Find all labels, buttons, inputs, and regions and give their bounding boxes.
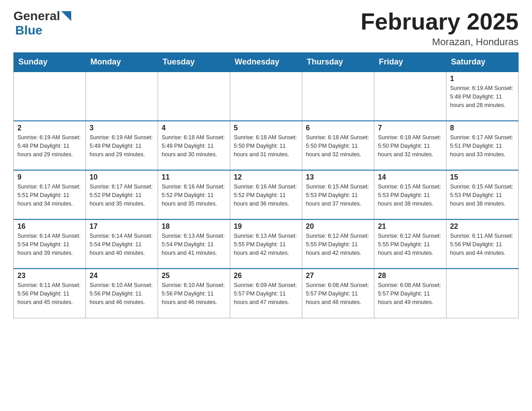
day-number: 1 — [450, 75, 515, 83]
calendar-cell: 20Sunrise: 6:12 AM Sunset: 5:55 PM Dayli… — [302, 219, 374, 269]
day-number: 2 — [17, 124, 82, 132]
calendar-cell: 9Sunrise: 6:17 AM Sunset: 5:51 PM Daylig… — [14, 170, 86, 219]
day-number: 23 — [17, 272, 82, 280]
svg-marker-0 — [61, 11, 71, 21]
calendar-cell: 24Sunrise: 6:10 AM Sunset: 5:56 PM Dayli… — [86, 269, 158, 318]
title-block: February 2025 Morazan, Honduras — [360, 9, 519, 48]
day-info: Sunrise: 6:17 AM Sunset: 5:51 PM Dayligh… — [17, 183, 82, 208]
weekday-header-row: SundayMondayTuesdayWednesdayThursdayFrid… — [14, 53, 519, 72]
calendar-cell: 12Sunrise: 6:16 AM Sunset: 5:52 PM Dayli… — [230, 170, 302, 219]
weekday-header-monday: Monday — [86, 53, 158, 72]
logo-icon — [61, 11, 71, 21]
day-info: Sunrise: 6:18 AM Sunset: 5:50 PM Dayligh… — [234, 133, 298, 158]
logo: General Blue — [13, 9, 71, 38]
logo-blue-text: Blue — [15, 23, 43, 37]
calendar-table: SundayMondayTuesdayWednesdayThursdayFrid… — [13, 52, 519, 318]
day-info: Sunrise: 6:15 AM Sunset: 5:53 PM Dayligh… — [378, 183, 442, 208]
page-header: General Blue February 2025 Morazan, Hond… — [13, 9, 519, 48]
day-info: Sunrise: 6:13 AM Sunset: 5:55 PM Dayligh… — [234, 232, 298, 257]
calendar-cell: 5Sunrise: 6:18 AM Sunset: 5:50 PM Daylig… — [230, 121, 302, 170]
weekday-header-friday: Friday — [374, 53, 446, 72]
calendar-cell: 15Sunrise: 6:15 AM Sunset: 5:53 PM Dayli… — [446, 170, 519, 219]
calendar-cell: 26Sunrise: 6:09 AM Sunset: 5:57 PM Dayli… — [230, 269, 302, 318]
calendar-cell: 23Sunrise: 6:11 AM Sunset: 5:56 PM Dayli… — [14, 269, 86, 318]
weekday-header-thursday: Thursday — [302, 53, 374, 72]
day-number: 16 — [17, 223, 82, 231]
day-number: 17 — [90, 223, 154, 231]
day-info: Sunrise: 6:13 AM Sunset: 5:54 PM Dayligh… — [162, 232, 226, 257]
day-info: Sunrise: 6:11 AM Sunset: 5:56 PM Dayligh… — [450, 232, 515, 257]
calendar-cell: 18Sunrise: 6:13 AM Sunset: 5:54 PM Dayli… — [158, 219, 230, 269]
day-number: 25 — [162, 272, 226, 280]
day-info: Sunrise: 6:12 AM Sunset: 5:55 PM Dayligh… — [306, 232, 370, 257]
calendar-cell — [86, 72, 158, 121]
calendar-cell: 14Sunrise: 6:15 AM Sunset: 5:53 PM Dayli… — [374, 170, 446, 219]
week-row-1: 2Sunrise: 6:19 AM Sunset: 5:48 PM Daylig… — [14, 121, 519, 170]
day-number: 18 — [162, 223, 226, 231]
day-info: Sunrise: 6:18 AM Sunset: 5:50 PM Dayligh… — [378, 133, 442, 158]
calendar-cell — [14, 72, 86, 121]
calendar-cell: 11Sunrise: 6:16 AM Sunset: 5:52 PM Dayli… — [158, 170, 230, 219]
day-number: 22 — [450, 223, 515, 231]
day-info: Sunrise: 6:16 AM Sunset: 5:52 PM Dayligh… — [234, 183, 298, 208]
weekday-header-sunday: Sunday — [14, 53, 86, 72]
day-info: Sunrise: 6:08 AM Sunset: 5:57 PM Dayligh… — [378, 281, 442, 306]
week-row-3: 16Sunrise: 6:14 AM Sunset: 5:54 PM Dayli… — [14, 219, 519, 269]
day-number: 7 — [378, 124, 442, 132]
day-number: 10 — [90, 173, 154, 181]
day-info: Sunrise: 6:15 AM Sunset: 5:53 PM Dayligh… — [450, 183, 515, 208]
day-info: Sunrise: 6:19 AM Sunset: 5:48 PM Dayligh… — [17, 133, 82, 158]
day-number: 28 — [378, 272, 442, 280]
day-number: 27 — [306, 272, 370, 280]
day-number: 26 — [234, 272, 298, 280]
calendar-cell: 28Sunrise: 6:08 AM Sunset: 5:57 PM Dayli… — [374, 269, 446, 318]
calendar-cell: 17Sunrise: 6:14 AM Sunset: 5:54 PM Dayli… — [86, 219, 158, 269]
day-info: Sunrise: 6:10 AM Sunset: 5:56 PM Dayligh… — [90, 281, 154, 306]
calendar-cell: 1Sunrise: 6:19 AM Sunset: 5:48 PM Daylig… — [446, 72, 519, 121]
calendar-subtitle: Morazan, Honduras — [360, 36, 519, 48]
calendar-cell: 8Sunrise: 6:17 AM Sunset: 5:51 PM Daylig… — [446, 121, 519, 170]
week-row-0: 1Sunrise: 6:19 AM Sunset: 5:48 PM Daylig… — [14, 72, 519, 121]
calendar-cell: 25Sunrise: 6:10 AM Sunset: 5:56 PM Dayli… — [158, 269, 230, 318]
day-number: 19 — [234, 223, 298, 231]
calendar-cell: 21Sunrise: 6:12 AM Sunset: 5:55 PM Dayli… — [374, 219, 446, 269]
day-info: Sunrise: 6:11 AM Sunset: 5:56 PM Dayligh… — [17, 281, 82, 306]
day-info: Sunrise: 6:14 AM Sunset: 5:54 PM Dayligh… — [90, 232, 154, 257]
calendar-cell — [302, 72, 374, 121]
calendar-cell: 10Sunrise: 6:17 AM Sunset: 5:52 PM Dayli… — [86, 170, 158, 219]
day-info: Sunrise: 6:16 AM Sunset: 5:52 PM Dayligh… — [162, 183, 226, 208]
day-number: 24 — [90, 272, 154, 280]
day-info: Sunrise: 6:14 AM Sunset: 5:54 PM Dayligh… — [17, 232, 82, 257]
week-row-4: 23Sunrise: 6:11 AM Sunset: 5:56 PM Dayli… — [14, 269, 519, 318]
calendar-cell: 13Sunrise: 6:15 AM Sunset: 5:53 PM Dayli… — [302, 170, 374, 219]
day-number: 15 — [450, 173, 515, 181]
day-info: Sunrise: 6:18 AM Sunset: 5:50 PM Dayligh… — [306, 133, 370, 158]
weekday-header-wednesday: Wednesday — [230, 53, 302, 72]
calendar-cell: 2Sunrise: 6:19 AM Sunset: 5:48 PM Daylig… — [14, 121, 86, 170]
calendar-cell: 19Sunrise: 6:13 AM Sunset: 5:55 PM Dayli… — [230, 219, 302, 269]
weekday-header-saturday: Saturday — [446, 53, 519, 72]
day-info: Sunrise: 6:08 AM Sunset: 5:57 PM Dayligh… — [306, 281, 370, 306]
day-info: Sunrise: 6:15 AM Sunset: 5:53 PM Dayligh… — [306, 183, 370, 208]
day-info: Sunrise: 6:17 AM Sunset: 5:52 PM Dayligh… — [90, 183, 154, 208]
weekday-header-tuesday: Tuesday — [158, 53, 230, 72]
day-info: Sunrise: 6:10 AM Sunset: 5:56 PM Dayligh… — [162, 281, 226, 306]
day-number: 13 — [306, 173, 370, 181]
logo-general-text: General — [13, 9, 60, 23]
day-number: 3 — [90, 124, 154, 132]
day-number: 6 — [306, 124, 370, 132]
day-number: 11 — [162, 173, 226, 181]
calendar-cell — [158, 72, 230, 121]
day-number: 5 — [234, 124, 298, 132]
calendar-cell: 4Sunrise: 6:18 AM Sunset: 5:49 PM Daylig… — [158, 121, 230, 170]
calendar-cell — [374, 72, 446, 121]
calendar-cell: 7Sunrise: 6:18 AM Sunset: 5:50 PM Daylig… — [374, 121, 446, 170]
day-info: Sunrise: 6:09 AM Sunset: 5:57 PM Dayligh… — [234, 281, 298, 306]
day-info: Sunrise: 6:17 AM Sunset: 5:51 PM Dayligh… — [450, 133, 515, 158]
day-number: 9 — [17, 173, 82, 181]
calendar-title: February 2025 — [360, 9, 519, 34]
calendar-cell: 6Sunrise: 6:18 AM Sunset: 5:50 PM Daylig… — [302, 121, 374, 170]
day-number: 4 — [162, 124, 226, 132]
day-info: Sunrise: 6:18 AM Sunset: 5:49 PM Dayligh… — [162, 133, 226, 158]
day-number: 8 — [450, 124, 515, 132]
